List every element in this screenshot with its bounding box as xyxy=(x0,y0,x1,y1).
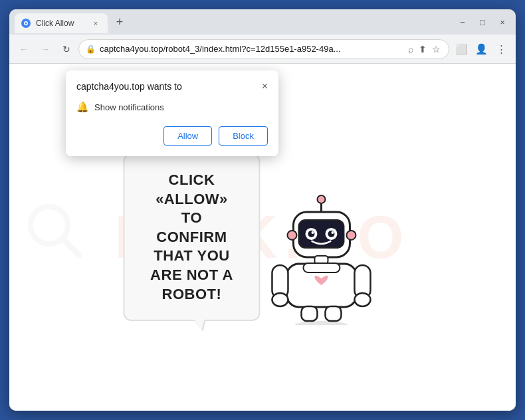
popup-buttons: Allow Block xyxy=(76,126,268,146)
address-bar[interactable]: 🔒 captcha4you.top/robot4_3/index.html?c=… xyxy=(78,39,449,59)
address-bar-row: ← → ↻ 🔒 captcha4you.top/robot4_3/index.h… xyxy=(9,35,516,64)
account-button[interactable]: 👤 xyxy=(472,40,490,58)
svg-point-13 xyxy=(311,231,314,234)
popup-close-button[interactable]: × xyxy=(262,81,268,92)
minimize-button[interactable]: − xyxy=(455,14,471,30)
svg-point-15 xyxy=(287,231,296,240)
back-button[interactable]: ← xyxy=(15,40,33,58)
lock-icon: 🔒 xyxy=(86,45,96,54)
block-button[interactable]: Block xyxy=(219,126,268,146)
svg-point-26 xyxy=(294,321,348,325)
magnifier-watermark xyxy=(23,191,89,283)
tab-favicon xyxy=(21,19,31,28)
menu-button[interactable]: ⋮ xyxy=(492,40,510,58)
svg-point-16 xyxy=(346,231,356,240)
svg-point-14 xyxy=(331,231,334,234)
window-controls: − □ × xyxy=(455,14,510,30)
maximize-button[interactable]: □ xyxy=(474,14,490,30)
svg-rect-19 xyxy=(303,263,340,272)
robot-image xyxy=(266,192,376,328)
address-right-icons: ⌕ ⬆ ☆ xyxy=(407,43,442,56)
page-content: RISK.CO captcha4you.top wants to × 🔔 Sho… xyxy=(9,64,516,411)
svg-line-4 xyxy=(63,239,79,255)
toolbar-right: ⬜ 👤 ⋮ xyxy=(452,40,510,58)
share-icon[interactable]: ⬆ xyxy=(417,43,428,56)
svg-point-23 xyxy=(354,293,370,306)
bookmark-icon[interactable]: ☆ xyxy=(431,43,442,56)
svg-point-21 xyxy=(272,293,288,306)
captcha-heading-line1: CLICK «ALLOW» TO CONFIRM THAT YOU xyxy=(148,171,235,266)
bell-icon: 🔔 xyxy=(76,101,89,113)
title-bar: Click Allow × + − □ × xyxy=(9,9,516,35)
popup-title: captcha4you.top wants to xyxy=(76,81,182,92)
svg-point-2 xyxy=(25,23,27,25)
notification-label: Show notifications xyxy=(94,102,164,112)
svg-rect-25 xyxy=(325,306,341,321)
refresh-button[interactable]: ↻ xyxy=(57,40,76,58)
captcha-speech-bubble: CLICK «ALLOW» TO CONFIRM THAT YOU ARE NO… xyxy=(123,154,260,321)
split-view-button[interactable]: ⬜ xyxy=(452,40,471,58)
tab-title: Click Allow xyxy=(36,19,85,28)
forward-button[interactable]: → xyxy=(36,40,54,58)
svg-rect-24 xyxy=(301,306,317,321)
search-icon[interactable]: ⌕ xyxy=(407,43,415,56)
svg-point-6 xyxy=(317,195,325,203)
notification-row: 🔔 Show notifications xyxy=(76,98,268,116)
popup-header: captcha4you.top wants to × xyxy=(76,81,268,92)
new-tab-button[interactable]: + xyxy=(110,13,129,31)
tab-area: Click Allow × + xyxy=(15,9,452,35)
tab-close-button[interactable]: × xyxy=(90,18,101,29)
notification-popup: captcha4you.top wants to × 🔔 Show notifi… xyxy=(66,70,278,156)
browser-window: Click Allow × + − □ × ← → ↻ 🔒 captcha4yo… xyxy=(9,9,516,411)
close-button[interactable]: × xyxy=(494,14,510,30)
svg-point-11 xyxy=(308,231,314,237)
url-text: captcha4you.top/robot4_3/index.html?c=12… xyxy=(100,44,403,54)
active-tab[interactable]: Click Allow × xyxy=(15,13,108,33)
captcha-heading-line2: ARE NOT A ROBOT! xyxy=(148,266,235,304)
svg-point-12 xyxy=(328,231,334,237)
allow-button[interactable]: Allow xyxy=(163,126,212,146)
